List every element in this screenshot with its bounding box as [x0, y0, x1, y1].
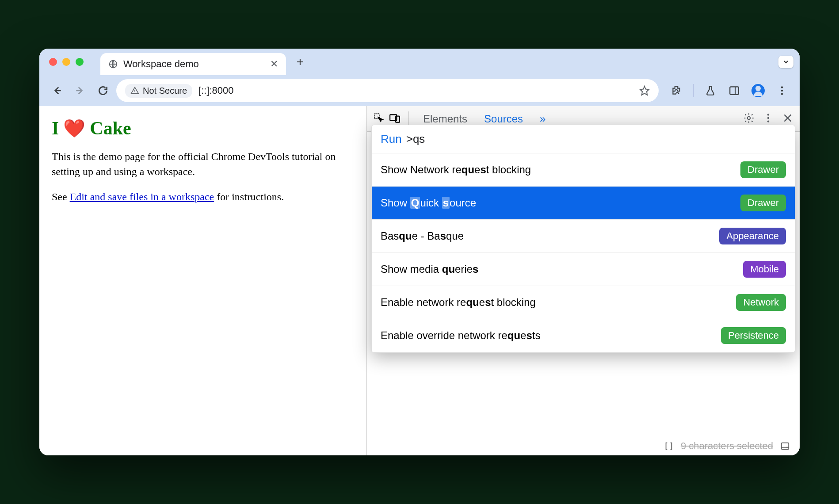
minimize-window-button[interactable] [62, 58, 70, 66]
close-window-button[interactable] [49, 58, 57, 66]
avatar-icon [751, 84, 765, 97]
content-area: I ❤️ Cake This is the demo page for the … [39, 106, 800, 455]
sidepanel-icon[interactable] [725, 81, 744, 100]
selection-text: 9 characters selected [681, 440, 773, 452]
extensions-icon[interactable] [667, 81, 686, 100]
page-instructions: See Edit and save files in a workspace f… [52, 190, 354, 205]
tab-more[interactable]: » [534, 113, 552, 125]
workspace-link[interactable]: Edit and save files in a workspace [70, 191, 214, 202]
command-item-text: Show Network request blocking [381, 164, 531, 176]
command-item[interactable]: Show Quick sourceDrawer [372, 187, 795, 220]
command-item[interactable]: Show media queriesMobile [372, 253, 795, 286]
heading-prefix: I [52, 118, 59, 139]
command-item-text: Enable network request blocking [381, 296, 536, 309]
separator [408, 111, 409, 126]
command-badge: Appearance [719, 228, 786, 244]
rendered-page: I ❤️ Cake This is the demo page for the … [39, 106, 366, 455]
devtools-footer: 9 characters selected [664, 440, 790, 452]
settings-icon[interactable] [743, 112, 755, 126]
page-paragraph: This is the demo page for the official C… [52, 149, 354, 179]
command-badge: Network [736, 294, 786, 311]
svg-point-2 [781, 86, 783, 88]
devtools-panel: Elements Sources » Run >qs Show Network … [366, 106, 800, 455]
close-tab-icon[interactable]: ✕ [270, 58, 278, 70]
browser-tab[interactable]: Workspace demo ✕ [100, 53, 286, 75]
kebab-menu-icon[interactable] [763, 112, 774, 126]
svg-point-10 [767, 117, 769, 118]
close-devtools-icon[interactable] [782, 112, 793, 126]
security-label: Not Secure [143, 86, 187, 96]
browser-window: Workspace demo ✕ + Not Secure [::]:8000 [39, 49, 800, 455]
device-toggle-icon[interactable] [389, 112, 400, 126]
command-item-text: Show Quick source [381, 197, 476, 209]
heading-suffix: Cake [90, 118, 131, 139]
svg-rect-1 [730, 87, 739, 94]
command-item-text: Enable override network requests [381, 329, 541, 342]
globe-icon [108, 59, 118, 69]
inspect-icon[interactable] [373, 112, 385, 126]
toolbar-right [667, 81, 792, 100]
heart-icon: ❤️ [63, 118, 85, 139]
command-badge: Drawer [740, 161, 786, 178]
run-label: Run [381, 132, 402, 146]
tab-list-button[interactable] [778, 56, 793, 68]
window-controls [49, 58, 84, 66]
url-text: [::]:8000 [198, 85, 234, 96]
svg-point-8 [747, 116, 751, 119]
command-item[interactable]: Enable override network requestsPersiste… [372, 319, 795, 352]
separator [693, 84, 694, 97]
svg-point-4 [781, 93, 783, 95]
warning-icon [130, 86, 139, 95]
browser-toolbar: Not Secure [::]:8000 [39, 75, 800, 106]
bookmark-star-icon[interactable] [639, 85, 650, 96]
reload-button[interactable] [93, 81, 113, 100]
page-heading: I ❤️ Cake [52, 118, 354, 139]
command-item[interactable]: Basque - BasqueAppearance [372, 220, 795, 253]
command-badge: Mobile [743, 261, 786, 278]
security-chip[interactable]: Not Secure [125, 84, 192, 98]
command-list: Show Network request blockingDrawerShow … [372, 153, 795, 352]
command-item-text: Show media queries [381, 263, 478, 275]
command-badge: Persistence [721, 327, 786, 344]
dock-icon[interactable] [780, 441, 790, 451]
brackets-icon[interactable] [664, 441, 674, 451]
svg-point-9 [767, 114, 769, 115]
new-tab-button[interactable]: + [291, 55, 309, 69]
back-button[interactable] [47, 81, 67, 100]
forward-button[interactable] [70, 81, 90, 100]
command-item-text: Basque - Basque [381, 230, 464, 242]
titlebar: Workspace demo ✕ + [39, 49, 800, 75]
chrome-menu-button[interactable] [772, 81, 792, 100]
maximize-window-button[interactable] [76, 58, 84, 66]
command-input-row[interactable]: Run >qs [372, 125, 795, 153]
tab-elements[interactable]: Elements [417, 113, 473, 125]
command-item[interactable]: Enable network request blockingNetwork [372, 286, 795, 319]
command-item[interactable]: Show Network request blockingDrawer [372, 153, 795, 187]
command-menu: Run >qs Show Network request blockingDra… [371, 125, 795, 353]
svg-point-3 [781, 90, 783, 92]
tab-title: Workspace demo [123, 58, 199, 70]
svg-point-11 [767, 120, 769, 122]
see-suffix: for instructions. [214, 191, 284, 202]
labs-icon[interactable] [701, 81, 720, 100]
profile-button[interactable] [748, 81, 768, 100]
svg-rect-12 [782, 443, 789, 450]
see-prefix: See [52, 191, 70, 202]
command-query: >qs [406, 132, 425, 146]
command-badge: Drawer [740, 195, 786, 211]
tab-sources[interactable]: Sources [478, 113, 529, 125]
address-bar[interactable]: Not Secure [::]:8000 [116, 79, 659, 102]
